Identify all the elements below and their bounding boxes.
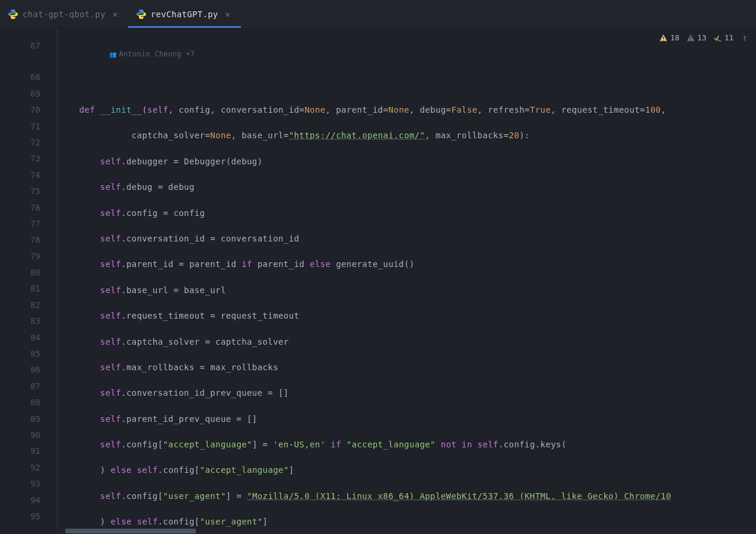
line-number: 80 [0,265,40,281]
line-number: 70 [0,102,40,118]
line-number: 91 [0,443,40,459]
code-line: self.config["user_agent"] = "Mozilla/5.0… [58,488,756,504]
code-line: captcha_solver=None, base_url="https://c… [58,128,756,144]
line-number: 76 [0,200,40,216]
inspections-widget[interactable]: 18 13 11 ↑ [659,32,748,43]
close-icon[interactable]: ✕ [223,8,233,20]
tab-bar: chat-gpt-qbot.py ✕ revChatGPT.py ✕ [0,0,756,28]
line-number: 83 [0,313,40,329]
python-icon [8,9,18,19]
code-line: self.parent_id = parent_id if parent_id … [58,256,756,272]
tab-label: chat-gpt-qbot.py [23,9,106,19]
python-icon [136,9,146,19]
warning-icon [659,34,668,42]
line-number: 68 [0,69,40,85]
line-number: 85 [0,346,40,362]
line-number: 84 [0,330,40,346]
code-line: def __init__(self, config, conversation_… [58,102,756,118]
line-number: 75 [0,183,40,199]
line-number: 74 [0,167,40,183]
code-line: self.debug = debug [58,179,756,195]
line-number: 67 [0,38,40,54]
code-line: ) else self.config["accept_language"] [58,462,756,478]
warnings-yellow[interactable]: 18 [659,33,679,42]
line-number: 73 [0,151,40,167]
scrollbar-thumb[interactable] [65,529,196,533]
line-number: 94 [0,492,40,508]
tab-revchatgpt[interactable]: revChatGPT.py ✕ [128,0,241,28]
line-gutter: 6768697071727374757677787980818283848586… [0,28,57,534]
author-codelens[interactable]: 👥Antonio Cheong +7 [82,42,195,66]
line-number: 79 [0,249,40,265]
line-number: 77 [0,216,40,232]
tab-label: revChatGPT.py [151,9,218,19]
line-number: 95 [0,508,40,525]
line-number: 78 [0,232,40,248]
line-number: 89 [0,411,40,427]
code-line: self.max_rollbacks = max_rollbacks [58,360,756,376]
line-number: 88 [0,395,40,411]
line-number: 71 [0,119,40,135]
line-number: 93 [0,476,40,492]
code-line: self.conversation_id = conversation_id [58,231,756,247]
typo-icon [714,34,722,42]
line-number: 92 [0,460,40,476]
person-icon: 👥 [109,51,116,58]
code-line: self.config = config [58,205,756,221]
line-number: 90 [0,427,40,443]
code-line: self.config["accept_language"] = 'en-US,… [58,437,756,453]
horizontal-scrollbar[interactable] [57,528,756,534]
close-icon[interactable]: ✕ [110,8,120,20]
line-number: 81 [0,281,40,297]
line-number: 72 [0,135,40,151]
code-line: self.parent_id_prev_queue = [] [58,411,756,427]
code-line: self.base_url = base_url [58,282,756,298]
line-number: 86 [0,362,40,378]
warnings-grey[interactable]: 13 [687,33,707,42]
line-number: 69 [0,86,40,102]
warning-weak-icon [687,34,695,42]
scroll-top-icon[interactable]: ↑ [741,32,748,43]
code-line: self.captcha_solver = captcha_solver [58,334,756,350]
tab-chat-gpt-qbot[interactable]: chat-gpt-qbot.py ✕ [0,0,128,28]
line-number: 87 [0,379,40,395]
editor: 18 13 11 ↑ 67686970717273747576777879808… [0,28,756,534]
code-line: self.debugger = Debugger(debug) [58,154,756,170]
typos[interactable]: 11 [714,33,734,42]
line-number: 82 [0,297,40,313]
code-line: self.conversation_id_prev_queue = [] [58,385,756,401]
code-line: self.request_timeout = request_timeout [58,308,756,324]
code-area[interactable]: 👥Antonio Cheong +7 def __init__(self, co… [57,28,756,534]
